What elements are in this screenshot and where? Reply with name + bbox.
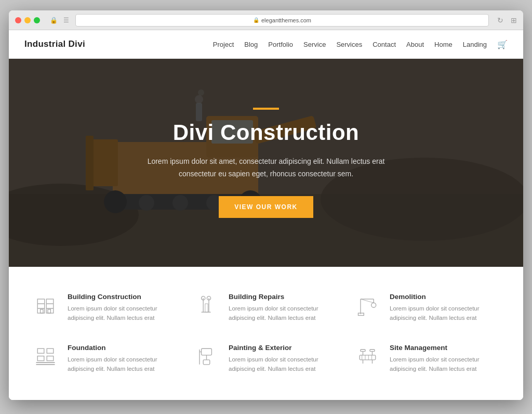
nav-item-services[interactable]: Services <box>336 41 362 48</box>
service-item-foundation: Foundation Lorem ipsum dolor sit consect… <box>32 344 178 374</box>
hero-cta-button[interactable]: VIEW OUR WORK <box>219 196 313 218</box>
service-item-site-management: Site Management Lorem ipsum dolor sit co… <box>354 344 500 374</box>
brand-logo[interactable]: Industrial Divi <box>24 39 85 49</box>
security-icon: 🔒 <box>49 16 58 24</box>
navbar: Industrial Divi Project Blog Portfolio S… <box>9 30 523 59</box>
hero-title: Divi Construction <box>136 120 396 145</box>
svg-line-36 <box>361 299 374 303</box>
service-desc-building-repairs: Lorem ipsum dolor sit consectetur adipis… <box>229 304 339 323</box>
nav-item-service[interactable]: Service <box>303 41 326 48</box>
hero-subtitle: Lorem ipsum dolor sit amet, consectetur … <box>136 156 396 180</box>
hero-accent-line <box>253 108 279 110</box>
building-repairs-icon <box>193 293 219 319</box>
reader-icon: ☰ <box>62 16 70 24</box>
browser-nav-controls: 🔒 ☰ <box>49 16 70 24</box>
svg-point-37 <box>371 303 376 307</box>
service-title-painting: Painting & Exterior <box>229 344 339 352</box>
svg-rect-40 <box>47 348 54 353</box>
service-title-building-repairs: Building Repairs <box>229 293 339 301</box>
service-text-building-construction: Building Construction Lorem ipsum dolor … <box>68 293 178 323</box>
svg-rect-26 <box>48 309 50 313</box>
svg-rect-25 <box>40 309 43 313</box>
service-item-demolition: Demolition Lorem ipsum dolor sit consect… <box>354 293 500 323</box>
browser-titlebar: 🔒 ☰ 🔒 elegantthemes.com ↻ ⊞ <box>9 10 523 30</box>
svg-rect-41 <box>37 356 44 361</box>
services-section: Building Construction Lorem ipsum dolor … <box>9 267 523 400</box>
maximize-button[interactable] <box>34 17 40 23</box>
svg-rect-38 <box>358 313 364 316</box>
service-title-building-construction: Building Construction <box>68 293 178 301</box>
nav-item-portfolio[interactable]: Portfolio <box>268 41 293 48</box>
service-desc-foundation: Lorem ipsum dolor sit consectetur adipis… <box>68 355 178 374</box>
nav-item-about[interactable]: About <box>406 41 424 48</box>
hero-section: Divi Construction Lorem ipsum dolor sit … <box>9 59 523 267</box>
nav-links: Project Blog Portfolio Service Services … <box>213 40 508 49</box>
nav-item-home[interactable]: Home <box>434 41 453 48</box>
refresh-icon[interactable]: ↻ <box>497 16 503 24</box>
url-bar[interactable]: 🔒 elegantthemes.com <box>75 14 489 27</box>
service-item-painting: Painting & Exterior Lorem ipsum dolor si… <box>193 344 339 374</box>
painting-icon <box>193 344 219 370</box>
building-construction-icon <box>32 293 58 319</box>
website-content: Industrial Divi Project Blog Portfolio S… <box>9 30 523 400</box>
service-desc-building-construction: Lorem ipsum dolor sit consectetur adipis… <box>68 304 178 323</box>
url-text: elegantthemes.com <box>261 17 311 23</box>
svg-rect-60 <box>370 350 375 352</box>
svg-rect-45 <box>201 348 211 355</box>
service-title-demolition: Demolition <box>390 293 500 301</box>
service-text-site-management: Site Management Lorem ipsum dolor sit co… <box>390 344 500 374</box>
expand-icon[interactable]: ⊞ <box>511 16 517 24</box>
nav-item-blog[interactable]: Blog <box>244 41 258 48</box>
service-title-foundation: Foundation <box>68 344 178 352</box>
cart-icon[interactable]: 🛒 <box>497 40 508 49</box>
service-text-building-repairs: Building Repairs Lorem ipsum dolor sit c… <box>229 293 339 323</box>
service-item-building-construction: Building Construction Lorem ipsum dolor … <box>32 293 178 323</box>
service-text-painting: Painting & Exterior Lorem ipsum dolor si… <box>229 344 339 374</box>
service-item-building-repairs: Building Repairs Lorem ipsum dolor sit c… <box>193 293 339 323</box>
svg-rect-47 <box>203 360 210 365</box>
service-desc-site-management: Lorem ipsum dolor sit consectetur adipis… <box>390 355 500 374</box>
site-management-icon <box>354 344 380 370</box>
hero-content: Divi Construction Lorem ipsum dolor sit … <box>126 108 406 218</box>
service-text-foundation: Foundation Lorem ipsum dolor sit consect… <box>68 344 178 374</box>
foundation-icon <box>32 344 58 370</box>
svg-rect-32 <box>205 304 207 312</box>
minimize-button[interactable] <box>24 17 31 23</box>
service-desc-painting: Lorem ipsum dolor sit consectetur adipis… <box>229 355 339 374</box>
service-text-demolition: Demolition Lorem ipsum dolor sit consect… <box>390 293 500 323</box>
svg-rect-42 <box>47 356 54 361</box>
services-grid: Building Construction Lorem ipsum dolor … <box>32 293 500 374</box>
service-desc-demolition: Lorem ipsum dolor sit consectetur adipis… <box>390 304 500 323</box>
nav-item-project[interactable]: Project <box>213 41 234 48</box>
browser-window: 🔒 ☰ 🔒 elegantthemes.com ↻ ⊞ Industrial D… <box>9 10 523 400</box>
window-controls <box>15 17 40 23</box>
nav-item-contact[interactable]: Contact <box>373 41 396 48</box>
service-title-site-management: Site Management <box>390 344 500 352</box>
lock-icon: 🔒 <box>253 17 259 23</box>
close-button[interactable] <box>15 17 21 23</box>
demolition-icon <box>354 293 380 319</box>
svg-rect-39 <box>37 348 44 353</box>
nav-item-landing[interactable]: Landing <box>463 41 487 48</box>
svg-rect-59 <box>361 350 365 352</box>
